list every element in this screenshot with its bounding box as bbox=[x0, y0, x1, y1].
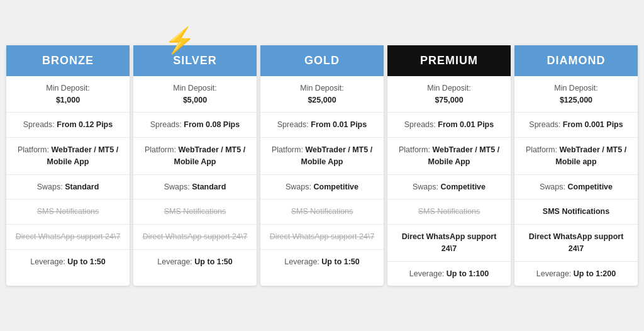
spreads-label: Spreads: bbox=[150, 120, 182, 129]
plan-body-diamond: Min Deposit:$125,000Spreads: From 0.001 … bbox=[514, 76, 638, 286]
sms-value: SMS Notifications bbox=[291, 207, 353, 216]
whatsapp-value: Direct WhatsApp support 24\7 bbox=[529, 232, 624, 253]
plan-card-premium: PREMIUMMin Deposit:$75,000Spreads: From … bbox=[387, 45, 511, 286]
row-deposit-bronze: Min Deposit:$1,000 bbox=[6, 76, 130, 113]
plan-body-silver: Min Deposit:$5,000Spreads: From 0.08 Pip… bbox=[133, 76, 257, 274]
platform-label: Platform: bbox=[145, 145, 176, 154]
swaps-label: Swaps: bbox=[413, 182, 438, 191]
deposit-label: Min Deposit: bbox=[300, 84, 343, 93]
plan-header-bronze: BRONZE bbox=[6, 45, 130, 76]
platform-value: WebTrader / MT5 / Mobile App bbox=[428, 145, 500, 166]
spreads-value: From 0.01 Pips bbox=[438, 120, 494, 129]
platform-label: Platform: bbox=[399, 145, 430, 154]
whatsapp-value: Direct WhatsApp support 24\7 bbox=[16, 232, 121, 241]
leverage-label: Leverage: bbox=[30, 257, 65, 266]
row-spreads-diamond: Spreads: From 0.001 Pips bbox=[514, 113, 638, 138]
swaps-value: Competitive bbox=[440, 182, 486, 191]
sms-value: SMS Notifications bbox=[543, 207, 609, 216]
leverage-label: Leverage: bbox=[536, 269, 572, 278]
row-whatsapp-gold: Direct WhatsApp support 24\7 bbox=[260, 225, 384, 250]
swaps-label: Swaps: bbox=[164, 182, 190, 191]
leverage-value: Up to 1:100 bbox=[447, 269, 489, 278]
whatsapp-value: Direct WhatsApp support 24\7 bbox=[143, 232, 248, 241]
row-sms-gold: SMS Notifications bbox=[260, 199, 384, 225]
row-platform-silver: Platform: WebTrader / MT5 / Mobile App bbox=[133, 138, 257, 175]
plan-header-gold: GOLD bbox=[260, 45, 384, 76]
sms-value: SMS Notifications bbox=[418, 207, 480, 216]
platform-label: Platform: bbox=[272, 145, 303, 154]
plan-body-gold: Min Deposit:$25,000Spreads: From 0.01 Pi… bbox=[260, 76, 384, 274]
swaps-value: Standard bbox=[65, 182, 99, 191]
row-swaps-bronze: Swaps: Standard bbox=[6, 175, 130, 200]
row-leverage-gold: Leverage: Up to 1:50 bbox=[260, 250, 384, 274]
pricing-table: BRONZEMin Deposit:$1,000Spreads: From 0.… bbox=[6, 45, 638, 286]
row-leverage-premium: Leverage: Up to 1:100 bbox=[387, 262, 511, 286]
row-spreads-premium: Spreads: From 0.01 Pips bbox=[387, 113, 511, 138]
spreads-label: Spreads: bbox=[23, 120, 55, 129]
row-deposit-gold: Min Deposit:$25,000 bbox=[260, 76, 384, 113]
plan-name-silver: SILVER bbox=[173, 54, 217, 67]
deposit-label: Min Deposit: bbox=[46, 84, 89, 93]
row-whatsapp-bronze: Direct WhatsApp support 24\7 bbox=[6, 225, 130, 250]
plan-card-gold: GOLDMin Deposit:$25,000Spreads: From 0.0… bbox=[260, 45, 384, 286]
spreads-value: From 0.12 Pips bbox=[57, 120, 113, 129]
deposit-value: $125,000 bbox=[560, 96, 592, 104]
plan-name-gold: GOLD bbox=[304, 54, 340, 67]
platform-label: Platform: bbox=[526, 145, 557, 154]
plan-body-premium: Min Deposit:$75,000Spreads: From 0.01 Pi… bbox=[387, 76, 511, 286]
row-leverage-bronze: Leverage: Up to 1:50 bbox=[6, 250, 130, 274]
plan-header-premium: PREMIUM bbox=[387, 45, 511, 76]
platform-value: WebTrader / MT5 / Mobile App bbox=[301, 145, 373, 166]
deposit-value: $25,000 bbox=[308, 96, 336, 104]
spreads-value: From 0.01 Pips bbox=[311, 120, 367, 129]
plan-header-diamond: DIAMOND bbox=[514, 45, 638, 76]
plan-header-silver: ⚡SILVER bbox=[133, 45, 257, 76]
row-spreads-gold: Spreads: From 0.01 Pips bbox=[260, 113, 384, 138]
swaps-value: Competitive bbox=[313, 182, 358, 191]
spreads-label: Spreads: bbox=[404, 120, 436, 129]
spreads-label: Spreads: bbox=[277, 120, 309, 129]
leverage-label: Leverage: bbox=[284, 257, 319, 266]
row-sms-bronze: SMS Notifications bbox=[6, 199, 130, 225]
row-sms-diamond: SMS Notifications bbox=[514, 199, 638, 225]
spreads-label: Spreads: bbox=[529, 120, 560, 129]
deposit-value: $1,000 bbox=[56, 96, 80, 104]
plan-name-diamond: DIAMOND bbox=[547, 54, 606, 67]
plan-body-bronze: Min Deposit:$1,000Spreads: From 0.12 Pip… bbox=[6, 76, 130, 274]
leverage-label: Leverage: bbox=[157, 257, 192, 266]
plan-card-diamond: DIAMONDMin Deposit:$125,000Spreads: From… bbox=[514, 45, 638, 286]
plan-name-bronze: BRONZE bbox=[42, 54, 94, 67]
platform-label: Platform: bbox=[18, 145, 49, 154]
whatsapp-value: Direct WhatsApp support 24\7 bbox=[402, 232, 497, 253]
deposit-label: Min Deposit: bbox=[427, 84, 470, 93]
leverage-value: Up to 1:50 bbox=[194, 257, 232, 266]
plan-card-bronze: BRONZEMin Deposit:$1,000Spreads: From 0.… bbox=[6, 45, 130, 286]
row-swaps-diamond: Swaps: Competitive bbox=[514, 175, 638, 200]
leverage-value: Up to 1:50 bbox=[67, 257, 105, 266]
row-platform-premium: Platform: WebTrader / MT5 / Mobile App bbox=[387, 138, 511, 175]
row-deposit-premium: Min Deposit:$75,000 bbox=[387, 76, 511, 113]
swaps-label: Swaps: bbox=[37, 182, 63, 191]
lightning-icon: ⚡ bbox=[164, 28, 196, 53]
row-leverage-silver: Leverage: Up to 1:50 bbox=[133, 250, 257, 274]
row-sms-silver: SMS Notifications bbox=[133, 199, 257, 225]
plan-name-premium: PREMIUM bbox=[420, 54, 478, 67]
spreads-value: From 0.08 Pips bbox=[184, 120, 240, 129]
row-platform-bronze: Platform: WebTrader / MT5 / Mobile App bbox=[6, 138, 130, 175]
row-swaps-gold: Swaps: Competitive bbox=[260, 175, 384, 200]
row-spreads-silver: Spreads: From 0.08 Pips bbox=[133, 113, 257, 138]
deposit-value: $75,000 bbox=[435, 96, 463, 104]
row-leverage-diamond: Leverage: Up to 1:200 bbox=[514, 262, 638, 286]
sms-value: SMS Notifications bbox=[164, 207, 226, 216]
leverage-label: Leverage: bbox=[409, 269, 445, 278]
spreads-value: From 0.001 Pips bbox=[563, 120, 623, 129]
plan-card-silver: ⚡SILVERMin Deposit:$5,000Spreads: From 0… bbox=[133, 45, 257, 286]
row-whatsapp-diamond: Direct WhatsApp support 24\7 bbox=[514, 225, 638, 262]
swaps-label: Swaps: bbox=[286, 182, 311, 191]
swaps-value: Competitive bbox=[567, 182, 613, 191]
platform-value: WebTrader / MT5 / Mobile App bbox=[47, 145, 119, 166]
leverage-value: Up to 1:50 bbox=[321, 257, 359, 266]
row-sms-premium: SMS Notifications bbox=[387, 199, 511, 225]
row-swaps-premium: Swaps: Competitive bbox=[387, 175, 511, 200]
whatsapp-value: Direct WhatsApp support 24\7 bbox=[270, 232, 375, 241]
